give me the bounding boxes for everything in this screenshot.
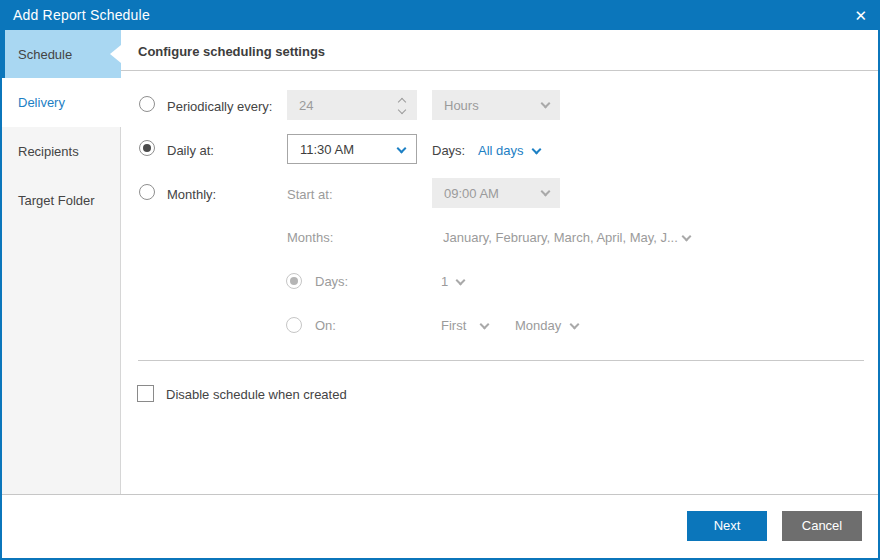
monthly-start-value: 09:00 AM <box>444 186 499 201</box>
periodic-interval-input <box>287 90 417 120</box>
monthly-start-select: 09:00 AM <box>432 178 560 208</box>
sidebar-item-label: Recipients <box>18 144 79 159</box>
chevron-down-icon <box>682 232 692 242</box>
daily-time-value: 11:30 AM <box>300 142 354 157</box>
periodically-radio[interactable] <box>139 96 155 112</box>
close-icon[interactable]: ✕ <box>854 8 867 23</box>
next-button[interactable]: Next <box>687 511 767 541</box>
chevron-down-icon <box>570 320 580 330</box>
sidebar-item-label: Target Folder <box>18 193 95 208</box>
periodic-unit-select: Hours <box>432 90 560 120</box>
sidebar-item-delivery[interactable]: Delivery <box>0 78 121 127</box>
sidebar-item-label: Schedule <box>18 47 72 62</box>
page-title: Configure scheduling settings <box>138 44 325 59</box>
chevron-down-icon <box>541 99 551 109</box>
sidebar-item-schedule[interactable]: Schedule <box>0 30 121 78</box>
daily-time-select[interactable]: 11:30 AM <box>287 134 417 164</box>
months-value: January, February, March, April, May, J.… <box>443 230 678 246</box>
monthly-on-label: On: <box>315 318 336 334</box>
monthly-label: Monthly: <box>167 187 216 203</box>
add-report-schedule-dialog: Add Report Schedule ✕ Schedule Delivery … <box>0 0 880 560</box>
periodically-label: Periodically every: <box>167 99 273 115</box>
chevron-down-icon[interactable] <box>532 145 542 155</box>
start-at-label: Start at: <box>287 187 333 203</box>
chevron-down-icon <box>456 276 466 286</box>
sidebar-item-label: Delivery <box>18 95 65 110</box>
cancel-button[interactable]: Cancel <box>782 511 862 541</box>
sidebar-item-recipients[interactable]: Recipients <box>0 127 121 176</box>
wizard-steps-sidebar: Schedule Delivery Recipients Target Fold… <box>0 30 121 494</box>
daily-radio[interactable] <box>139 140 155 156</box>
monthly-on-radio <box>286 317 302 333</box>
months-label: Months: <box>287 230 333 246</box>
disable-schedule-checkbox[interactable] <box>137 385 154 402</box>
active-tab-notch <box>110 45 121 63</box>
chevron-down-icon <box>397 144 407 154</box>
dialog-border <box>0 0 880 560</box>
heading-divider <box>121 70 878 71</box>
all-days-link[interactable]: All days <box>478 143 524 159</box>
title-bar: Add Report Schedule ✕ <box>0 0 880 30</box>
chevron-down-icon <box>480 320 490 330</box>
monthly-days-value: 1 <box>441 274 448 290</box>
monthly-radio[interactable] <box>139 184 155 200</box>
disable-schedule-label: Disable schedule when created <box>166 387 347 403</box>
periodic-unit-value: Hours <box>444 98 479 113</box>
daily-label: Daily at: <box>167 143 214 159</box>
chevron-down-icon <box>541 187 551 197</box>
footer-divider <box>0 494 880 495</box>
monthly-days-radio <box>286 273 302 289</box>
section-divider <box>138 360 864 361</box>
dialog-title: Add Report Schedule <box>13 7 150 23</box>
days-label: Days: <box>432 143 465 159</box>
monthly-on-ordinal: First <box>441 318 466 334</box>
monthly-days-label: Days: <box>315 274 348 290</box>
monthly-on-weekday: Monday <box>515 318 561 334</box>
sidebar-item-target-folder[interactable]: Target Folder <box>0 176 121 225</box>
